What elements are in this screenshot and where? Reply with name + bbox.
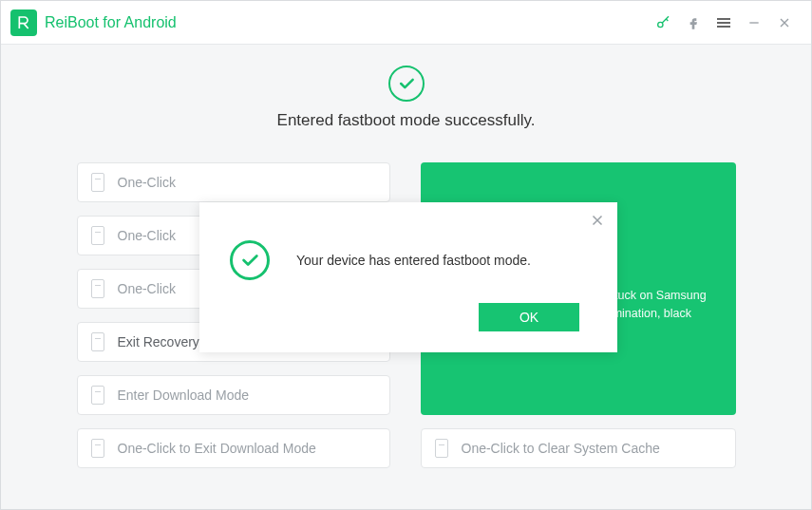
modal-check-icon (230, 240, 270, 280)
option-label: One-Click to Clear System Cache (462, 441, 660, 456)
phone-icon (91, 439, 104, 458)
option-label: One-Click (118, 228, 176, 243)
phone-icon (91, 332, 104, 351)
phone-icon (435, 439, 448, 458)
app-logo-icon (10, 9, 37, 36)
fastboot-modal: Your device has entered fastboot mode. O… (199, 202, 617, 352)
option-label: One-Click (118, 175, 176, 190)
phone-icon (91, 279, 104, 298)
phone-icon (91, 173, 104, 192)
option-label: One-Click to Exit Download Mode (118, 441, 316, 456)
status-block: Entered fastboot mode successfully. (22, 66, 790, 130)
option-label: Enter Download Mode (118, 387, 250, 403)
app-title: ReiBoot for Android (45, 14, 177, 31)
phone-icon (91, 226, 104, 245)
app-window: ReiBoot for Android (0, 0, 812, 510)
facebook-icon[interactable] (680, 9, 707, 36)
exit-download-button[interactable]: One-Click to Exit Download Mode (77, 428, 390, 468)
content-area: Entered fastboot mode successfully. One-… (1, 45, 811, 509)
svg-point-0 (658, 22, 663, 27)
modal-close-icon[interactable] (589, 212, 606, 229)
minimize-button[interactable] (741, 9, 767, 36)
enter-download-button[interactable]: Enter Download Mode (77, 375, 390, 415)
modal-message: Your device has entered fastboot mode. (296, 253, 531, 268)
clear-cache-button[interactable]: One-Click to Clear System Cache (421, 428, 736, 468)
key-icon[interactable] (650, 9, 676, 36)
status-message: Entered fastboot mode successfully. (22, 111, 790, 130)
menu-icon[interactable] (710, 9, 737, 36)
phone-icon (91, 386, 104, 405)
titlebar: ReiBoot for Android (1, 1, 811, 45)
modal-ok-button[interactable]: OK (479, 303, 579, 331)
option-label: One-Click (118, 281, 176, 296)
close-button[interactable] (771, 9, 798, 36)
success-check-icon (388, 66, 425, 102)
option-button-1[interactable]: One-Click (77, 162, 390, 202)
